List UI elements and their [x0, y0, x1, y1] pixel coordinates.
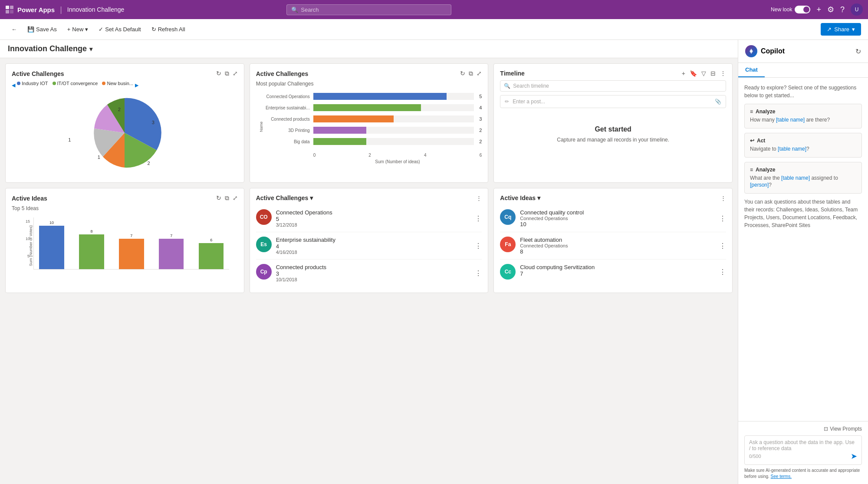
timeline-post[interactable]: ✏ Enter a post... 📎 — [500, 95, 726, 108]
challenges-list-header: Active Challenges ▾ ⋮ — [256, 194, 482, 201]
page-title: Innovation Challenge — [8, 44, 87, 53]
challenge-info-0: Connected Operations 5 3/12/2018 — [276, 209, 471, 227]
refresh-bar-icon[interactable]: ↻ — [460, 70, 465, 77]
disclaimer-link[interactable]: See terms. — [771, 474, 792, 479]
svg-point-4 — [750, 50, 752, 52]
suggestion-type-label-1: Act — [757, 138, 765, 144]
new-look-switch[interactable] — [795, 6, 810, 13]
copy-bar-icon[interactable]: ⧉ — [469, 70, 473, 77]
active-ideas-list-card: Active Ideas ▾ ⋮ Cq Connected quality co… — [493, 188, 733, 293]
challenge-info-1: Enterprise sustainability 4 4/16/2018 — [276, 237, 471, 255]
bar-track-4 — [313, 138, 474, 145]
bar-track-1 — [313, 104, 474, 111]
copilot-title: Copilot — [745, 45, 785, 57]
challenges-list-more-icon[interactable]: ⋮ — [476, 195, 482, 201]
challenge-name-1: Enterprise sustainability — [276, 237, 471, 243]
timeline-more-icon[interactable]: ⋮ — [720, 70, 726, 77]
y-tick-10: 10 — [26, 237, 30, 241]
refresh-card-icon[interactable]: ↻ — [216, 70, 221, 77]
suggestion-link-2a[interactable]: [table name] — [781, 175, 810, 181]
idea-count-2: 7 — [520, 270, 715, 277]
ideas-list-header: Active Ideas ▾ ⋮ — [500, 194, 726, 201]
suggestion-link-0[interactable]: [table name] — [776, 117, 805, 123]
chat-textarea[interactable] — [749, 439, 857, 451]
bar-fill-3 — [313, 127, 366, 134]
challenge-count-0: 5 — [276, 216, 471, 222]
idea-sub-0: Connected Operations — [520, 216, 715, 221]
set-default-button[interactable]: ✓ Set As Default — [94, 23, 145, 35]
back-button[interactable]: ← — [7, 23, 21, 35]
timeline-filter-icon[interactable]: ▽ — [701, 70, 706, 77]
suggestion-card-2[interactable]: ≡ Analyze What are the [table name] assi… — [744, 162, 862, 194]
expand-card-icon[interactable]: ⤢ — [233, 70, 238, 77]
bar-row-4: Big data 2 — [262, 138, 482, 145]
new-label: New — [72, 26, 83, 33]
bar-fill-2 — [313, 115, 394, 122]
challenges-list-title-dropdown[interactable]: Active Challenges ▾ — [256, 194, 313, 201]
idea-item-2: Cc Cloud computing Servitization 7 ⋮ — [500, 260, 726, 284]
timeline-empty-title: Get started — [509, 125, 717, 133]
new-look-toggle[interactable]: New look — [771, 6, 810, 13]
idea-more-1[interactable]: ⋮ — [719, 242, 726, 250]
timeline-add-icon[interactable]: + — [682, 70, 685, 77]
timeline-card-header: Timeline + 🔖 ▽ ⊟ ⋮ — [500, 70, 726, 77]
ideas-list-more-icon[interactable]: ⋮ — [720, 195, 726, 201]
bar-label-4: Big data — [262, 139, 310, 144]
suggestion-link-1[interactable]: [table name] — [778, 146, 806, 152]
ideas-bar-col-2: 7 — [114, 234, 149, 269]
expand-ideas-icon[interactable]: ⤢ — [233, 194, 238, 202]
pie-label-1b: 1 — [98, 155, 100, 160]
dashboard-header[interactable]: Innovation Challenge ▾ — [0, 40, 738, 58]
user-avatar[interactable]: U — [851, 3, 863, 16]
copy-card-icon[interactable]: ⧉ — [225, 70, 229, 77]
new-icon: + — [67, 26, 71, 33]
challenge-more-2[interactable]: ⋮ — [475, 269, 482, 277]
suggestion-card-1[interactable]: ↩ Act Navigate to [table name]? — [744, 133, 862, 158]
ideas-bar-chart: Sum (Number of Votes) 15 10 5 10 8 — [12, 214, 238, 283]
refresh-ideas-icon[interactable]: ↻ — [216, 194, 221, 202]
challenge-more-0[interactable]: ⋮ — [475, 214, 482, 223]
bar-fill-1 — [313, 104, 421, 111]
legend-3: New busin... — [102, 81, 133, 86]
refresh-button[interactable]: ↻ Refresh All — [147, 23, 190, 35]
new-dropdown-icon: ▾ — [85, 26, 88, 33]
pie-legend: Industry IOT IT/OT convergence New busin… — [17, 81, 133, 86]
save-as-button[interactable]: 💾 Save As — [23, 23, 61, 35]
chat-send-button[interactable]: ➤ — [851, 451, 857, 461]
help-icon[interactable]: ? — [840, 5, 845, 14]
copilot-refresh-icon[interactable]: ↻ — [855, 47, 861, 56]
ideas-list-title-dropdown[interactable]: Active Ideas ▾ — [500, 194, 540, 201]
bar-value-3: 2 — [479, 128, 482, 133]
timeline-view-icon[interactable]: ⊟ — [710, 70, 716, 77]
ideas-bar-val-4: 6 — [210, 238, 212, 242]
search-bar[interactable]: 🔍 — [286, 4, 451, 15]
search-icon: 🔍 — [291, 7, 298, 13]
legend-2: IT/OT convergence — [53, 81, 98, 86]
ideas-card-actions: ↻ ⧉ ⤢ — [216, 194, 238, 202]
suggestion-text-1: Navigate to [table name]? — [750, 145, 856, 153]
add-icon[interactable]: + — [816, 5, 821, 14]
app-name-label: Innovation Challenge — [67, 6, 125, 13]
pie-card-actions: ↻ ⧉ ⤢ — [216, 70, 238, 77]
share-button[interactable]: ↗ Share ▾ — [821, 23, 861, 36]
copy-ideas-icon[interactable]: ⧉ — [225, 194, 229, 202]
pie-prev-icon[interactable]: ◀ — [12, 82, 15, 88]
search-input[interactable] — [301, 7, 447, 13]
suggestion-card-0[interactable]: ≡ Analyze How many [table name] are ther… — [744, 104, 862, 128]
challenge-more-1[interactable]: ⋮ — [475, 242, 482, 250]
tab-chat[interactable]: Chat — [738, 63, 765, 77]
idea-info-0: Connected quality control Connected Oper… — [520, 209, 715, 227]
timeline-bookmark-icon[interactable]: 🔖 — [690, 70, 697, 77]
view-prompts-button[interactable]: ⊡ View Prompts — [744, 426, 862, 432]
idea-more-0[interactable]: ⋮ — [719, 214, 726, 223]
suggestion-link-2b[interactable]: [person] — [750, 182, 769, 188]
bar-card-title: Active Challenges — [256, 70, 309, 77]
challenges-list-items: CO Connected Operations 5 3/12/2018 ⋮ Es… — [256, 205, 482, 286]
timeline-search[interactable]: 🔍 Search timeline — [500, 80, 726, 92]
new-button[interactable]: + New ▾ — [63, 23, 93, 35]
idea-more-2[interactable]: ⋮ — [719, 268, 726, 276]
settings-icon[interactable]: ⚙ — [827, 5, 834, 14]
pie-next-icon[interactable]: ▶ — [135, 82, 138, 88]
copilot-header: Copilot ↻ — [738, 40, 868, 63]
expand-bar-icon[interactable]: ⤢ — [477, 70, 482, 77]
